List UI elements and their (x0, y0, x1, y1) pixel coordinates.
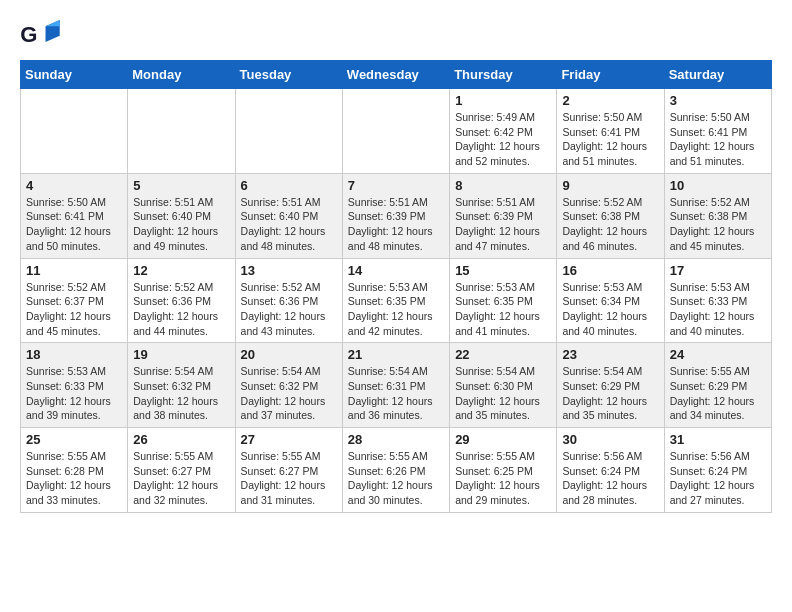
day-info: Sunrise: 5:55 AMSunset: 6:29 PMDaylight:… (670, 364, 766, 423)
calendar-header-row: SundayMondayTuesdayWednesdayThursdayFrid… (21, 61, 772, 89)
day-number: 6 (241, 178, 337, 193)
day-info: Sunrise: 5:52 AMSunset: 6:37 PMDaylight:… (26, 280, 122, 339)
day-info: Sunrise: 5:55 AMSunset: 6:25 PMDaylight:… (455, 449, 551, 508)
day-number: 21 (348, 347, 444, 362)
calendar-cell: 11Sunrise: 5:52 AMSunset: 6:37 PMDayligh… (21, 258, 128, 343)
day-info: Sunrise: 5:52 AMSunset: 6:38 PMDaylight:… (670, 195, 766, 254)
day-info: Sunrise: 5:51 AMSunset: 6:40 PMDaylight:… (133, 195, 229, 254)
day-info: Sunrise: 5:53 AMSunset: 6:33 PMDaylight:… (670, 280, 766, 339)
day-number: 18 (26, 347, 122, 362)
day-info: Sunrise: 5:54 AMSunset: 6:32 PMDaylight:… (133, 364, 229, 423)
day-number: 12 (133, 263, 229, 278)
logo: G (20, 20, 64, 50)
day-number: 22 (455, 347, 551, 362)
calendar-cell: 7Sunrise: 5:51 AMSunset: 6:39 PMDaylight… (342, 173, 449, 258)
calendar-cell (235, 89, 342, 174)
day-number: 28 (348, 432, 444, 447)
day-number: 26 (133, 432, 229, 447)
day-info: Sunrise: 5:56 AMSunset: 6:24 PMDaylight:… (670, 449, 766, 508)
day-header-monday: Monday (128, 61, 235, 89)
day-info: Sunrise: 5:52 AMSunset: 6:36 PMDaylight:… (241, 280, 337, 339)
calendar-cell: 31Sunrise: 5:56 AMSunset: 6:24 PMDayligh… (664, 428, 771, 513)
day-info: Sunrise: 5:55 AMSunset: 6:27 PMDaylight:… (241, 449, 337, 508)
calendar-cell: 20Sunrise: 5:54 AMSunset: 6:32 PMDayligh… (235, 343, 342, 428)
day-header-tuesday: Tuesday (235, 61, 342, 89)
day-header-sunday: Sunday (21, 61, 128, 89)
day-info: Sunrise: 5:53 AMSunset: 6:35 PMDaylight:… (348, 280, 444, 339)
calendar-cell: 15Sunrise: 5:53 AMSunset: 6:35 PMDayligh… (450, 258, 557, 343)
day-info: Sunrise: 5:53 AMSunset: 6:34 PMDaylight:… (562, 280, 658, 339)
day-number: 29 (455, 432, 551, 447)
calendar-cell: 21Sunrise: 5:54 AMSunset: 6:31 PMDayligh… (342, 343, 449, 428)
day-number: 24 (670, 347, 766, 362)
day-number: 19 (133, 347, 229, 362)
calendar-cell: 2Sunrise: 5:50 AMSunset: 6:41 PMDaylight… (557, 89, 664, 174)
page-header: G (20, 20, 772, 50)
day-number: 7 (348, 178, 444, 193)
calendar-cell (128, 89, 235, 174)
calendar-cell: 28Sunrise: 5:55 AMSunset: 6:26 PMDayligh… (342, 428, 449, 513)
calendar-week-1: 1Sunrise: 5:49 AMSunset: 6:42 PMDaylight… (21, 89, 772, 174)
day-info: Sunrise: 5:54 AMSunset: 6:31 PMDaylight:… (348, 364, 444, 423)
calendar-cell: 1Sunrise: 5:49 AMSunset: 6:42 PMDaylight… (450, 89, 557, 174)
calendar-cell: 6Sunrise: 5:51 AMSunset: 6:40 PMDaylight… (235, 173, 342, 258)
calendar-cell: 13Sunrise: 5:52 AMSunset: 6:36 PMDayligh… (235, 258, 342, 343)
day-number: 2 (562, 93, 658, 108)
calendar-cell: 30Sunrise: 5:56 AMSunset: 6:24 PMDayligh… (557, 428, 664, 513)
calendar-week-3: 11Sunrise: 5:52 AMSunset: 6:37 PMDayligh… (21, 258, 772, 343)
day-number: 13 (241, 263, 337, 278)
day-header-saturday: Saturday (664, 61, 771, 89)
calendar-cell: 26Sunrise: 5:55 AMSunset: 6:27 PMDayligh… (128, 428, 235, 513)
day-number: 8 (455, 178, 551, 193)
calendar-cell: 17Sunrise: 5:53 AMSunset: 6:33 PMDayligh… (664, 258, 771, 343)
day-info: Sunrise: 5:55 AMSunset: 6:28 PMDaylight:… (26, 449, 122, 508)
day-header-friday: Friday (557, 61, 664, 89)
day-info: Sunrise: 5:55 AMSunset: 6:26 PMDaylight:… (348, 449, 444, 508)
calendar-cell: 22Sunrise: 5:54 AMSunset: 6:30 PMDayligh… (450, 343, 557, 428)
day-info: Sunrise: 5:54 AMSunset: 6:29 PMDaylight:… (562, 364, 658, 423)
calendar-cell: 29Sunrise: 5:55 AMSunset: 6:25 PMDayligh… (450, 428, 557, 513)
calendar-cell: 10Sunrise: 5:52 AMSunset: 6:38 PMDayligh… (664, 173, 771, 258)
calendar-cell: 18Sunrise: 5:53 AMSunset: 6:33 PMDayligh… (21, 343, 128, 428)
day-info: Sunrise: 5:50 AMSunset: 6:41 PMDaylight:… (670, 110, 766, 169)
day-info: Sunrise: 5:51 AMSunset: 6:40 PMDaylight:… (241, 195, 337, 254)
day-number: 27 (241, 432, 337, 447)
day-info: Sunrise: 5:53 AMSunset: 6:33 PMDaylight:… (26, 364, 122, 423)
day-number: 14 (348, 263, 444, 278)
calendar-cell (342, 89, 449, 174)
day-info: Sunrise: 5:50 AMSunset: 6:41 PMDaylight:… (562, 110, 658, 169)
day-number: 1 (455, 93, 551, 108)
calendar-cell: 5Sunrise: 5:51 AMSunset: 6:40 PMDaylight… (128, 173, 235, 258)
day-number: 3 (670, 93, 766, 108)
svg-marker-2 (46, 20, 60, 26)
day-info: Sunrise: 5:55 AMSunset: 6:27 PMDaylight:… (133, 449, 229, 508)
calendar-cell: 19Sunrise: 5:54 AMSunset: 6:32 PMDayligh… (128, 343, 235, 428)
day-info: Sunrise: 5:49 AMSunset: 6:42 PMDaylight:… (455, 110, 551, 169)
day-info: Sunrise: 5:54 AMSunset: 6:30 PMDaylight:… (455, 364, 551, 423)
day-number: 17 (670, 263, 766, 278)
calendar-cell (21, 89, 128, 174)
day-number: 15 (455, 263, 551, 278)
calendar-cell: 23Sunrise: 5:54 AMSunset: 6:29 PMDayligh… (557, 343, 664, 428)
day-info: Sunrise: 5:52 AMSunset: 6:38 PMDaylight:… (562, 195, 658, 254)
calendar-cell: 24Sunrise: 5:55 AMSunset: 6:29 PMDayligh… (664, 343, 771, 428)
calendar-cell: 8Sunrise: 5:51 AMSunset: 6:39 PMDaylight… (450, 173, 557, 258)
day-number: 31 (670, 432, 766, 447)
day-header-thursday: Thursday (450, 61, 557, 89)
calendar-cell: 16Sunrise: 5:53 AMSunset: 6:34 PMDayligh… (557, 258, 664, 343)
calendar-week-2: 4Sunrise: 5:50 AMSunset: 6:41 PMDaylight… (21, 173, 772, 258)
day-number: 10 (670, 178, 766, 193)
day-number: 4 (26, 178, 122, 193)
calendar-cell: 9Sunrise: 5:52 AMSunset: 6:38 PMDaylight… (557, 173, 664, 258)
day-info: Sunrise: 5:52 AMSunset: 6:36 PMDaylight:… (133, 280, 229, 339)
calendar-cell: 12Sunrise: 5:52 AMSunset: 6:36 PMDayligh… (128, 258, 235, 343)
day-info: Sunrise: 5:51 AMSunset: 6:39 PMDaylight:… (455, 195, 551, 254)
calendar-cell: 27Sunrise: 5:55 AMSunset: 6:27 PMDayligh… (235, 428, 342, 513)
day-number: 11 (26, 263, 122, 278)
day-number: 23 (562, 347, 658, 362)
day-number: 25 (26, 432, 122, 447)
day-info: Sunrise: 5:53 AMSunset: 6:35 PMDaylight:… (455, 280, 551, 339)
day-header-wednesday: Wednesday (342, 61, 449, 89)
calendar-cell: 4Sunrise: 5:50 AMSunset: 6:41 PMDaylight… (21, 173, 128, 258)
day-info: Sunrise: 5:50 AMSunset: 6:41 PMDaylight:… (26, 195, 122, 254)
